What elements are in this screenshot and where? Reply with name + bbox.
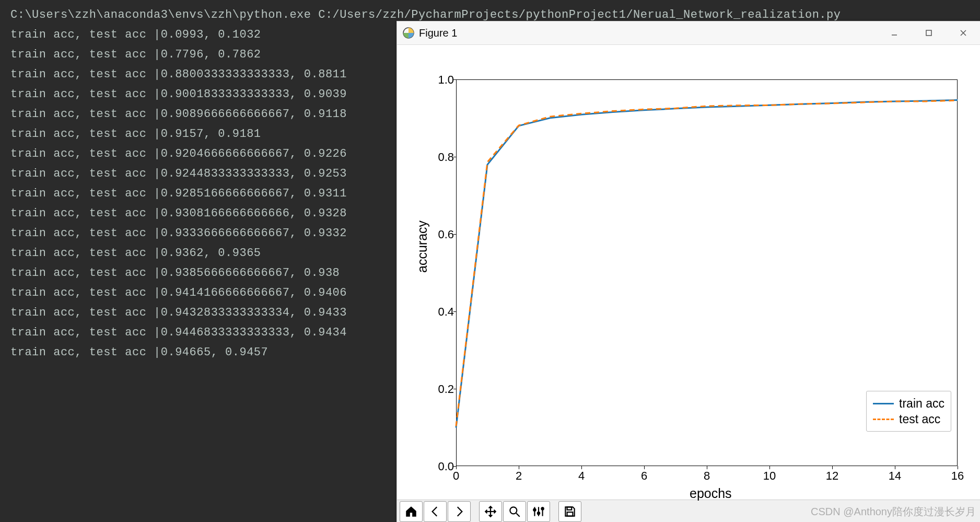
- figure-titlebar[interactable]: Figure 1: [397, 21, 980, 45]
- minimize-button[interactable]: [877, 21, 912, 44]
- x-tick-label: 6: [641, 469, 647, 483]
- x-tick-mark: [895, 466, 895, 469]
- legend-swatch-test: [873, 419, 894, 420]
- figure-canvas[interactable]: accuracy epochs 0.00.20.40.60.81.0024681…: [397, 45, 980, 500]
- x-tick-label: 8: [704, 469, 710, 483]
- y-tick-label: 0.8: [423, 150, 454, 164]
- svg-point-14: [541, 507, 543, 509]
- x-tick-mark: [769, 466, 770, 469]
- toolbar-home-button[interactable]: [400, 501, 423, 522]
- x-tick-label: 0: [453, 469, 459, 483]
- y-tick-mark: [453, 157, 457, 157]
- y-tick-label: 0.6: [423, 228, 454, 241]
- matplotlib-toolbar: [397, 500, 980, 522]
- x-tick-label: 12: [826, 469, 838, 483]
- y-tick-mark: [453, 389, 457, 389]
- y-tick-label: 0.4: [423, 305, 454, 319]
- x-tick-label: 16: [951, 469, 964, 483]
- x-tick-label: 4: [578, 469, 585, 483]
- toolbar-save-button[interactable]: [558, 501, 581, 522]
- x-axis-label: epochs: [690, 486, 732, 501]
- y-tick-mark: [453, 79, 457, 80]
- legend-label-test: test acc: [899, 412, 940, 426]
- x-tick-mark: [958, 466, 958, 469]
- y-tick-label: 1.0: [423, 73, 454, 87]
- svg-point-13: [538, 512, 540, 514]
- plot-legend: train acc test acc: [866, 391, 951, 432]
- svg-rect-2: [926, 30, 931, 36]
- x-tick-label: 10: [763, 469, 776, 483]
- svg-rect-15: [567, 507, 572, 509]
- x-tick-mark: [832, 466, 833, 469]
- x-tick-mark: [581, 466, 582, 469]
- toolbar-back-button[interactable]: [424, 501, 447, 522]
- y-tick-mark: [453, 234, 457, 235]
- x-tick-mark: [456, 466, 457, 469]
- figure-title: Figure 1: [419, 27, 877, 39]
- x-tick-label: 14: [889, 469, 901, 483]
- toolbar-zoom-button[interactable]: [503, 501, 526, 522]
- y-tick-label: 0.2: [423, 382, 454, 396]
- matplotlib-icon: [402, 27, 415, 39]
- toolbar-pan-button[interactable]: [479, 501, 502, 522]
- series-train-acc: [456, 100, 958, 427]
- y-tick-mark: [453, 311, 457, 312]
- x-tick-mark: [519, 466, 519, 469]
- legend-label-train: train acc: [899, 397, 944, 411]
- figure-window: Figure 1 accuracy epochs 0.00.20.40.60.8…: [396, 21, 980, 522]
- x-tick-mark: [644, 466, 645, 469]
- x-tick-mark: [707, 466, 707, 469]
- x-tick-label: 2: [516, 469, 522, 483]
- toolbar-configure-button[interactable]: [527, 501, 550, 522]
- legend-swatch-train: [873, 403, 894, 404]
- maximize-button[interactable]: [912, 21, 946, 44]
- series-test-acc: [456, 100, 958, 426]
- close-button[interactable]: [946, 21, 980, 44]
- y-tick-label: 0.0: [423, 460, 454, 473]
- svg-point-7: [510, 507, 517, 514]
- svg-rect-16: [567, 512, 573, 516]
- svg-point-12: [533, 509, 535, 511]
- toolbar-forward-button[interactable]: [448, 501, 471, 522]
- svg-line-8: [516, 513, 520, 517]
